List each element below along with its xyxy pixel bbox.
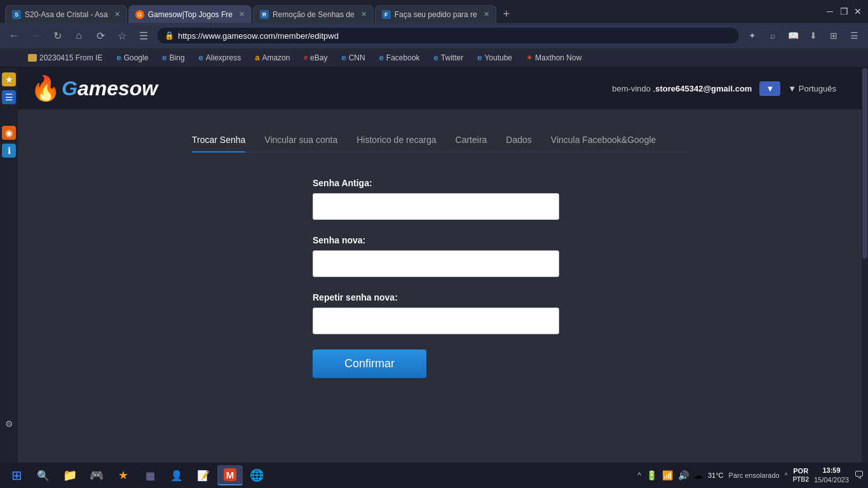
window-controls: ─ ❐ ✕: [825, 6, 863, 17]
speaker-icon: 🔊: [678, 470, 689, 480]
tab-1-close[interactable]: ✕: [114, 10, 120, 18]
bookmark-amazon[interactable]: a Amazon: [250, 51, 295, 64]
page-body: Trocar Senha Vincular sua conta Historic…: [154, 109, 726, 397]
grid-icon: ▦: [146, 470, 155, 482]
weather-temp: 31°C: [708, 471, 724, 479]
favorites-icon: ★: [118, 468, 128, 482]
language-selector[interactable]: ▼ Português: [788, 84, 836, 93]
bookmark-google[interactable]: e Google: [111, 51, 153, 64]
logo-text: Gamesow: [62, 77, 158, 100]
tab-3[interactable]: R Remoção de Senhas de ✕: [253, 5, 374, 23]
new-password-input[interactable]: [313, 250, 559, 277]
tab-carteira[interactable]: Carteira: [456, 128, 487, 152]
extensions-button[interactable]: ⊞: [825, 27, 843, 44]
header-right: bem-vindo ,store645342@gmail.com ▼ ▼ Por…: [612, 81, 836, 96]
weather-icon: ☁: [694, 470, 703, 480]
new-password-group: Senha nova:: [313, 235, 567, 277]
tray-chevron[interactable]: ^: [637, 471, 641, 480]
ebay-favicon: e: [304, 54, 308, 61]
bookmark-folder-ie[interactable]: 20230415 From IE: [23, 52, 107, 64]
menu-button[interactable]: ☰: [845, 27, 863, 44]
back-button[interactable]: ←: [5, 27, 23, 44]
bookmark-maxthon-now[interactable]: ✦ Maxthon Now: [521, 52, 587, 64]
minimize-button[interactable]: ─: [825, 6, 835, 17]
user-dropdown-button[interactable]: ▼: [759, 81, 780, 96]
logo[interactable]: 🔥 Gamesow: [31, 76, 158, 100]
bookmark-aliexpress[interactable]: e Aliexpress: [194, 51, 247, 64]
confirm-button[interactable]: Confirmar: [313, 349, 426, 378]
bookmark-twitter[interactable]: e Twitter: [429, 51, 469, 64]
download-button[interactable]: ⬇: [804, 27, 822, 44]
history-button[interactable]: ⟳: [92, 27, 109, 44]
sidebar-info-icon[interactable]: ℹ: [2, 144, 16, 158]
taskbar-notepad[interactable]: 📝: [191, 465, 216, 485]
start-button[interactable]: ⊞: [4, 465, 29, 485]
reader-view-button[interactable]: 📖: [784, 27, 802, 44]
bookmark-ebay[interactable]: e eBay: [299, 52, 332, 64]
tab-trocar-senha[interactable]: Trocar Senha: [192, 128, 245, 152]
youtube-favicon: e: [477, 53, 482, 62]
repeat-password-label: Repetir senha nova:: [313, 292, 567, 302]
notification-center-icon[interactable]: 🗨: [854, 470, 864, 481]
taskbar-chrome[interactable]: 🌐: [244, 465, 269, 485]
old-password-label: Senha Antiga:: [313, 178, 567, 188]
twitter-favicon: e: [434, 53, 438, 62]
tab-historico-recarga[interactable]: Historico de recarga: [356, 128, 436, 152]
taskbar-file-explorer[interactable]: 📁: [57, 465, 83, 485]
taskbar-xbox[interactable]: 🎮: [84, 465, 109, 485]
page-tabs: Trocar Senha Vincular sua conta Historic…: [192, 128, 688, 152]
file-explorer-icon: 📁: [63, 468, 77, 482]
sidebar-favorites-icon[interactable]: ★: [2, 72, 16, 86]
tab-vincular-conta[interactable]: Vincular sua conta: [264, 128, 337, 152]
scrollbar-thumb[interactable]: [862, 68, 867, 259]
tab-4[interactable]: F Faça seu pedido para re ✕: [375, 5, 496, 23]
taskbar-apps: 📁 🎮 ★ ▦ 👤 📝 M 🌐: [57, 465, 635, 485]
old-password-input[interactable]: [313, 193, 559, 220]
tray-arrow[interactable]: ^: [785, 472, 788, 479]
bookmark-cnn[interactable]: e CNN: [336, 51, 370, 64]
sidebar-rss-icon[interactable]: ◉: [2, 126, 16, 140]
battery-icon: 🔋: [646, 470, 657, 480]
extension-icon[interactable]: ✦: [743, 27, 761, 44]
search-button[interactable]: 🔍: [32, 465, 55, 485]
tab-2[interactable]: G Gamesow|Top Jogos Fre ✕: [128, 5, 252, 23]
taskbar-person[interactable]: 👤: [164, 465, 189, 485]
main-content: 🔥 Gamesow bem-vindo ,store645342@gmail.c…: [18, 67, 862, 463]
tab-3-close[interactable]: ✕: [361, 10, 367, 18]
new-tab-button[interactable]: +: [498, 5, 515, 23]
taskbar-grid[interactable]: ▦: [137, 465, 163, 485]
logo-flame-icon: 🔥: [31, 76, 60, 100]
ssl-lock-icon: 🔒: [165, 31, 174, 40]
bookmark-this-button[interactable]: ☆: [113, 27, 131, 44]
tab-dados[interactable]: Dados: [506, 128, 531, 152]
bookmarks-bar: 20230415 From IE e Google e Bing e Aliex…: [0, 48, 868, 67]
person-icon: 👤: [170, 470, 183, 482]
tab-4-close[interactable]: ✕: [484, 10, 489, 18]
reading-list-button[interactable]: ☰: [135, 27, 153, 44]
maxthon-favicon: ✦: [526, 53, 532, 62]
sidebar-settings-icon[interactable]: ⚙: [2, 417, 16, 431]
bookmark-youtube[interactable]: e Youtube: [472, 51, 517, 64]
scrollbar-track[interactable]: [862, 67, 868, 463]
maxthon-icon: M: [224, 468, 236, 481]
home-button[interactable]: ⌂: [70, 27, 88, 44]
bookmark-facebook[interactable]: e Facebook: [374, 51, 425, 64]
taskbar-favorites[interactable]: ★: [111, 465, 136, 485]
taskbar-maxthon[interactable]: M: [217, 465, 243, 485]
tabs-bar: S S20-Asa de Cristal - Asa ✕ G Gamesow|T…: [5, 0, 817, 23]
reload-button[interactable]: ↻: [48, 27, 66, 44]
sidebar-reading-icon[interactable]: ☰: [2, 90, 16, 104]
address-bar[interactable]: 🔒 https://www.gamesow.com/member/editpwd: [156, 27, 740, 44]
password-change-form: Senha Antiga: Senha nova: Repetir senha …: [300, 178, 580, 378]
tab-2-close[interactable]: ✕: [239, 10, 245, 18]
forward-button[interactable]: →: [27, 27, 44, 44]
tab-1[interactable]: S S20-Asa de Cristal - Asa ✕: [5, 5, 127, 23]
tab-vincula-facebook-google[interactable]: Vincula Facebook&Google: [551, 128, 656, 152]
close-button[interactable]: ✕: [853, 6, 863, 17]
site-header: 🔥 Gamesow bem-vindo ,store645342@gmail.c…: [18, 67, 862, 109]
restore-button[interactable]: ❐: [839, 6, 849, 17]
repeat-password-input[interactable]: [313, 308, 559, 334]
cnn-favicon: e: [341, 53, 346, 62]
bookmark-bing[interactable]: e Bing: [157, 51, 189, 64]
search-button[interactable]: ⌕: [764, 27, 782, 44]
